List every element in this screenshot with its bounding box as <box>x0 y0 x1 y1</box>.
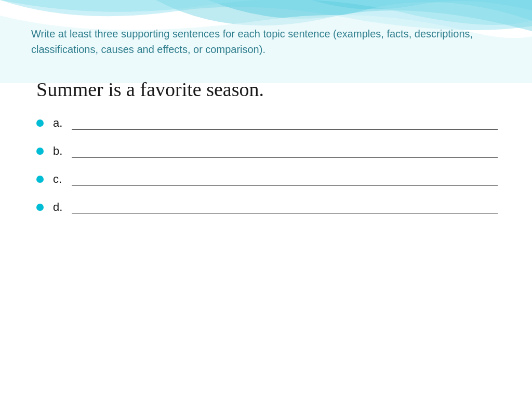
answer-input-d[interactable] <box>72 201 498 214</box>
instructions-text: Write at least three supporting sentence… <box>31 26 499 57</box>
list-item: b. <box>36 144 501 158</box>
slide: Write at least three supporting sentence… <box>0 0 532 399</box>
answer-input-b[interactable] <box>72 144 498 158</box>
list-item: c. <box>36 172 501 186</box>
bullet-icon <box>36 148 44 155</box>
answer-label-b: b. <box>53 144 68 158</box>
list-item: d. <box>36 201 501 214</box>
topic-sentence: Summer is a favorite season. <box>36 78 501 101</box>
answer-input-a[interactable] <box>72 116 498 130</box>
answer-list: a. b. c. d. <box>36 116 501 214</box>
answer-input-c[interactable] <box>72 172 498 186</box>
answer-label-d: d. <box>53 201 68 214</box>
bullet-icon <box>36 204 44 211</box>
bullet-icon <box>36 176 44 183</box>
bullet-icon <box>36 119 44 127</box>
list-item: a. <box>36 116 501 130</box>
answer-label-a: a. <box>53 116 68 130</box>
answer-label-c: c. <box>53 172 68 186</box>
slide-content: Write at least three supporting sentence… <box>0 0 532 244</box>
